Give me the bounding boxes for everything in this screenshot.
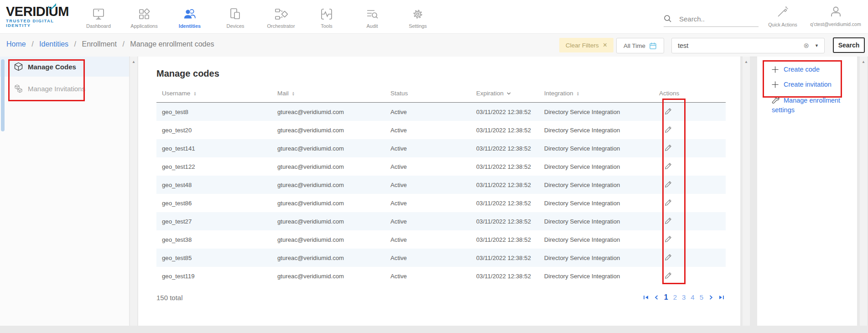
sidebar-item-manage-invitations[interactable]: Manage Invitations [0,78,129,99]
manage-enrollment-settings-link[interactable]: Manage enrollment settings [772,96,851,115]
next-page-button[interactable] [709,295,713,300]
page-1[interactable]: 1 [664,293,668,302]
date-range-label: All Time [624,42,645,49]
column-header-expiration[interactable]: Expiration [471,90,539,103]
breadcrumb-filter-bar: Home / Identities / Enrollment / Manage … [0,34,868,57]
cell-status: Active [385,139,471,157]
nav-label: Tools [321,23,333,29]
column-header-username[interactable]: Username▲▼ [156,90,272,103]
nav-dashboard[interactable]: Dashboard [76,0,121,33]
edit-pencil-icon[interactable] [665,181,672,189]
table-row[interactable]: geo_test86 gtureac@veridiumid.com Active… [156,194,726,212]
nav-identities[interactable]: Identities [167,0,213,33]
cell-username: geo_test122 [156,157,272,176]
breadcrumb: Home / Identities / Enrollment / Manage … [6,40,214,48]
global-search-placeholder: Search.. [679,15,705,23]
dashboard-icon [92,6,105,22]
table-row[interactable]: geo_test85 gtureac@veridiumid.com Active… [156,249,726,267]
table-row[interactable]: geo_test8 gtureac@veridiumid.com Active … [156,103,726,121]
cell-integration: Directory Service Integration [539,230,654,249]
cube-icon [14,62,23,71]
user-menu[interactable]: q'ctest@veridiumid.com [805,5,867,27]
search-button[interactable]: Search [833,37,865,53]
filter-search-box: ⊗ ▼ [671,38,825,53]
nav-label: Dashboard [86,23,111,29]
edit-pencil-icon[interactable] [665,254,672,262]
cell-expiration: 03/11/2022 12:38:52 [471,267,539,285]
cell-username: geo_test8 [156,103,272,121]
last-page-button[interactable] [719,295,724,300]
table-row[interactable]: geo_test141 gtureac@veridiumid.com Activ… [156,139,726,157]
page-4[interactable]: 4 [691,293,694,302]
nav-orchestrator[interactable]: Orchestrator [258,0,304,33]
cell-username: geo_test141 [156,139,272,157]
nav-tools[interactable]: Tools [304,0,349,33]
table-row[interactable]: geo_test119 gtureac@veridiumid.com Activ… [156,267,726,285]
cell-username: geo_test48 [156,176,272,194]
nav-settings[interactable]: Settings [395,0,441,33]
global-search[interactable]: Search.. [664,11,759,27]
clear-input-icon[interactable]: ⊗ [804,42,810,50]
veridium-logo[interactable]: VERIDIUM TRUSTED DIGITAL IDENTITY [6,4,79,28]
scroll-up-arrow-icon[interactable]: ▲ [860,59,867,65]
edit-pencil-icon[interactable] [665,108,672,116]
table-row[interactable]: geo_test20 gtureac@veridiumid.com Active… [156,121,726,139]
column-header-status[interactable]: Status [385,90,471,103]
clear-filters-button[interactable]: Clear Filters × [559,38,613,52]
quick-actions-label: Quick Actions [761,22,805,27]
breadcrumb-identities[interactable]: Identities [39,40,68,48]
edit-pencil-icon[interactable] [665,199,672,208]
table-row[interactable]: geo_test38 gtureac@veridiumid.com Active… [156,230,726,249]
search-dropdown-arrow-icon[interactable]: ▼ [815,43,819,48]
clear-filters-x-icon: × [603,42,607,49]
nav-label: Applications [130,23,157,29]
edit-pencil-icon[interactable] [665,235,672,244]
nav-applications[interactable]: Applications [121,0,167,33]
create-code-button[interactable]: Create code [772,66,857,73]
column-header-integration[interactable]: Integration▲▼ [539,90,654,103]
sort-icon[interactable]: ▲▼ [292,91,295,96]
cell-actions [654,103,726,121]
sort-icon[interactable]: ▲▼ [193,91,196,96]
edit-pencil-icon[interactable] [665,217,672,226]
cell-mail: gtureac@veridiumid.com [272,194,385,212]
column-header-mail[interactable]: Mail▲▼ [272,90,385,103]
page-2[interactable]: 2 [673,293,677,302]
nav-devices[interactable]: Devices [213,0,258,33]
quick-actions-button[interactable]: Quick Actions [761,5,805,27]
sidebar-scrollbar[interactable]: ▲ [130,57,137,326]
cell-expiration: 03/11/2022 12:38:52 [471,176,539,194]
page-3[interactable]: 3 [682,293,686,302]
wrench-icon [772,96,780,104]
breadcrumb-home[interactable]: Home [6,40,26,48]
prev-page-button[interactable] [655,295,658,300]
sort-desc-icon[interactable] [507,92,511,95]
sidebar-scrollbar-thumb[interactable] [1,59,5,131]
cell-username: geo_test27 [156,212,272,230]
create-invitation-button[interactable]: Create invitation [772,81,857,88]
scroll-up-arrow-icon[interactable]: ▲ [130,59,137,65]
user-email: q'ctest@veridiumid.com [805,21,867,27]
cell-expiration: 03/11/2022 12:38:52 [471,212,539,230]
page-title: Manage codes [156,68,740,79]
first-page-button[interactable] [643,295,649,300]
sidebar-item-manage-codes[interactable]: Manage Codes [0,57,129,77]
filter-search-input[interactable] [672,42,804,49]
date-range-button[interactable]: All Time [616,38,664,53]
main-scrollbar[interactable]: ▲ [743,57,750,326]
edit-pencil-icon[interactable] [665,144,672,153]
page-5[interactable]: 5 [700,293,703,302]
sort-icon[interactable]: ▲▼ [577,91,579,96]
cell-actions [654,230,726,249]
table-row[interactable]: geo_test122 gtureac@veridiumid.com Activ… [156,157,726,176]
scroll-up-arrow-icon[interactable]: ▲ [743,59,750,65]
edit-pencil-icon[interactable] [665,126,672,135]
table-row[interactable]: geo_test27 gtureac@veridiumid.com Active… [156,212,726,230]
right-scrollbar[interactable]: ▲ [860,57,867,326]
nav-audit[interactable]: Audit [349,0,395,33]
cell-integration: Directory Service Integration [539,121,654,139]
table-row[interactable]: geo_test48 gtureac@veridiumid.com Active… [156,176,726,194]
edit-pencil-icon[interactable] [665,162,672,171]
edit-pencil-icon[interactable] [665,272,672,281]
cell-expiration: 03/11/2022 12:38:52 [471,230,539,249]
